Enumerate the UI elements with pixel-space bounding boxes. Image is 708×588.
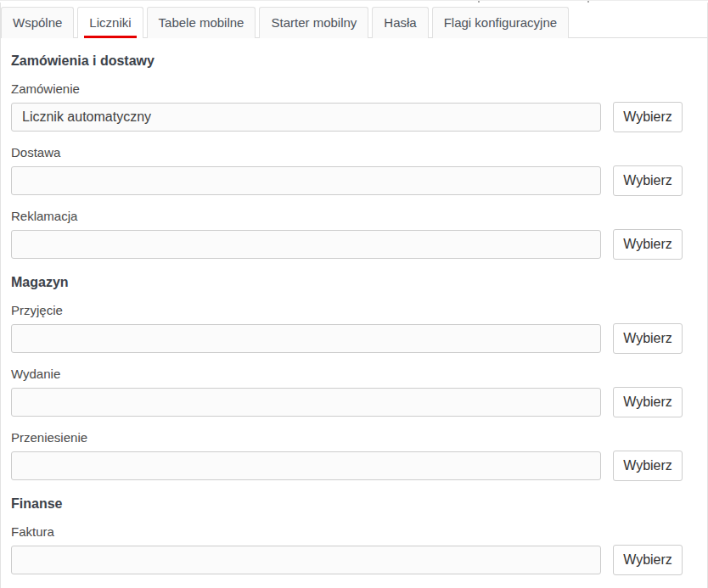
przyjecie-input[interactable] — [11, 324, 601, 353]
tab-liczniki[interactable]: Liczniki — [77, 7, 143, 38]
field-row-zamowienie: Wybierz — [11, 103, 707, 132]
field-label-wydanie: Wydanie — [11, 367, 707, 381]
tab-bar: Wspólne Liczniki Tabele mobilne Starter … — [1, 6, 707, 38]
field-label-reklamacja: Reklamacja — [11, 210, 707, 223]
field-label-przeniesienie: Przeniesienie — [11, 431, 707, 445]
field-label-zamowienie: Zamówienie — [11, 82, 707, 96]
field-label-faktura: Faktura — [11, 525, 707, 539]
tab-starter-mobilny[interactable]: Starter mobilny — [259, 7, 368, 38]
field-label-dostawa: Dostawa — [11, 146, 707, 160]
reklamacja-choose-button[interactable]: Wybierz — [613, 229, 683, 260]
wydanie-input[interactable] — [11, 388, 601, 417]
faktura-choose-button[interactable]: Wybierz — [613, 545, 683, 575]
field-row-przyjecie: Wybierz — [11, 324, 707, 354]
section-title-zamowienia-i-dostawy: Zamówienia i dostawy — [11, 53, 707, 69]
zamowienie-choose-button[interactable]: Wybierz — [613, 102, 683, 132]
field-label-przyjecie: Przyjęcie — [11, 304, 707, 317]
tab-hasla[interactable]: Hasła — [372, 7, 428, 38]
dostawa-input[interactable] — [11, 166, 601, 195]
section-title-magazyn: Magazyn — [11, 275, 707, 290]
zamowienie-input[interactable] — [11, 103, 601, 132]
tab-flagi-konfiguracyjne[interactable]: Flagi konfiguracyjne — [432, 7, 569, 38]
field-row-reklamacja: Wybierz — [11, 230, 707, 260]
settings-panel: Wspólne Liczniki Tabele mobilne Starter … — [0, 3, 708, 588]
field-row-dostawa: Wybierz — [11, 166, 707, 196]
tab-tabele-mobilne[interactable]: Tabele mobilne — [147, 7, 256, 38]
dostawa-choose-button[interactable]: Wybierz — [613, 165, 683, 196]
przeniesienie-input[interactable] — [11, 451, 601, 480]
field-row-wydanie: Wybierz — [11, 388, 707, 417]
przyjecie-choose-button[interactable]: Wybierz — [613, 323, 683, 354]
section-title-finanse: Finanse — [11, 496, 707, 512]
field-row-przeniesienie: Wybierz — [11, 451, 707, 481]
wydanie-choose-button[interactable]: Wybierz — [613, 387, 683, 417]
faktura-input[interactable] — [11, 546, 601, 574]
tab-wspolne[interactable]: Wspólne — [1, 7, 74, 38]
przeniesienie-choose-button[interactable]: Wybierz — [613, 451, 683, 481]
tab-content-liczniki: Zamówienia i dostawy Zamówienie Wybierz … — [1, 53, 707, 575]
reklamacja-input[interactable] — [11, 230, 601, 259]
field-row-faktura: Wybierz — [11, 546, 707, 575]
